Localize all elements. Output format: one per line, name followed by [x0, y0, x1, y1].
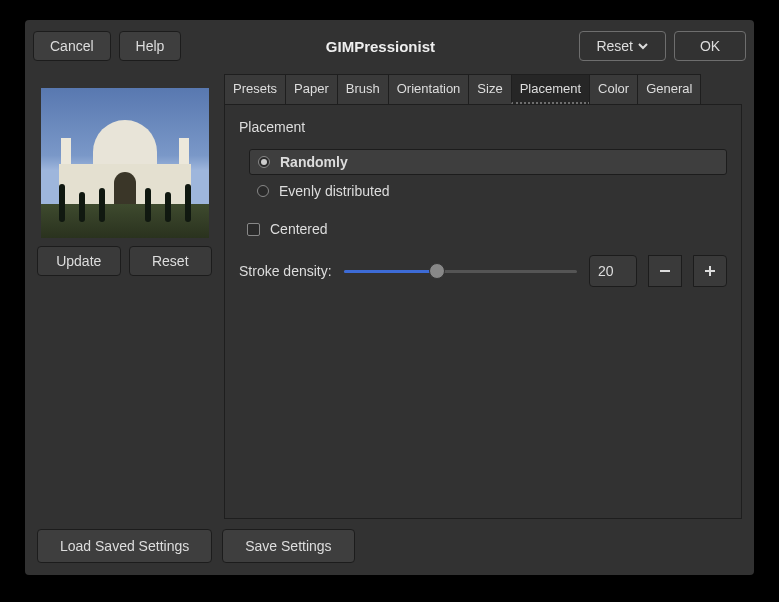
preview-update-button[interactable]: Update: [37, 246, 121, 276]
tab-color[interactable]: Color: [589, 74, 638, 104]
dialog-window: Cancel Help GIMPressionist Reset OK: [25, 20, 754, 575]
footer: Load Saved Settings Save Settings: [33, 529, 746, 567]
right-pane: Presets Paper Brush Orientation Size Pla…: [224, 74, 742, 519]
tab-brush[interactable]: Brush: [337, 74, 389, 104]
radio-randomly-label: Randomly: [280, 154, 348, 170]
preview-reset-button[interactable]: Reset: [129, 246, 213, 276]
titlebar: Cancel Help GIMPressionist Reset OK: [33, 28, 746, 64]
content-area: Update Reset Presets Paper Brush Orienta…: [33, 74, 746, 519]
tab-paper[interactable]: Paper: [285, 74, 338, 104]
svg-rect-2: [709, 266, 711, 276]
svg-rect-0: [660, 270, 670, 272]
density-decrement-button[interactable]: [648, 255, 682, 287]
dialog-title: GIMPressionist: [189, 38, 571, 55]
tab-general[interactable]: General: [637, 74, 701, 104]
minus-icon: [658, 264, 672, 278]
reset-dropdown-button[interactable]: Reset: [579, 31, 666, 61]
radio-randomly[interactable]: Randomly: [249, 149, 727, 175]
plus-icon: [703, 264, 717, 278]
radio-evenly[interactable]: Evenly distributed: [249, 179, 727, 203]
tab-size[interactable]: Size: [468, 74, 511, 104]
checkbox-centered-label: Centered: [270, 221, 328, 237]
tab-bar: Presets Paper Brush Orientation Size Pla…: [224, 74, 742, 104]
placement-radio-group: Randomly Evenly distributed: [249, 149, 727, 203]
slider-fill: [344, 270, 437, 273]
checkbox-icon: [247, 223, 260, 236]
load-settings-button[interactable]: Load Saved Settings: [37, 529, 212, 563]
save-settings-button[interactable]: Save Settings: [222, 529, 354, 563]
radio-dot-icon: [257, 185, 269, 197]
radio-evenly-label: Evenly distributed: [279, 183, 390, 199]
reset-label: Reset: [596, 38, 633, 54]
tab-placement[interactable]: Placement: [511, 74, 590, 104]
tab-panel-placement: Placement Randomly Evenly distributed Ce…: [224, 104, 742, 519]
left-pane: Update Reset: [37, 74, 212, 519]
checkbox-centered[interactable]: Centered: [239, 217, 727, 241]
slider-thumb[interactable]: [429, 263, 445, 279]
tab-presets[interactable]: Presets: [224, 74, 286, 104]
chevron-down-icon: [637, 40, 649, 52]
stroke-density-row: Stroke density: 20: [239, 255, 727, 287]
stroke-density-label: Stroke density:: [239, 263, 332, 279]
density-increment-button[interactable]: [693, 255, 727, 287]
tab-orientation[interactable]: Orientation: [388, 74, 470, 104]
ok-button[interactable]: OK: [674, 31, 746, 61]
preview-image: [41, 88, 209, 238]
help-button[interactable]: Help: [119, 31, 182, 61]
stroke-density-slider[interactable]: [344, 261, 577, 281]
preview-buttons: Update Reset: [37, 246, 212, 276]
placement-section-title: Placement: [239, 119, 727, 135]
cancel-button[interactable]: Cancel: [33, 31, 111, 61]
stroke-density-value[interactable]: 20: [589, 255, 637, 287]
radio-dot-icon: [258, 156, 270, 168]
